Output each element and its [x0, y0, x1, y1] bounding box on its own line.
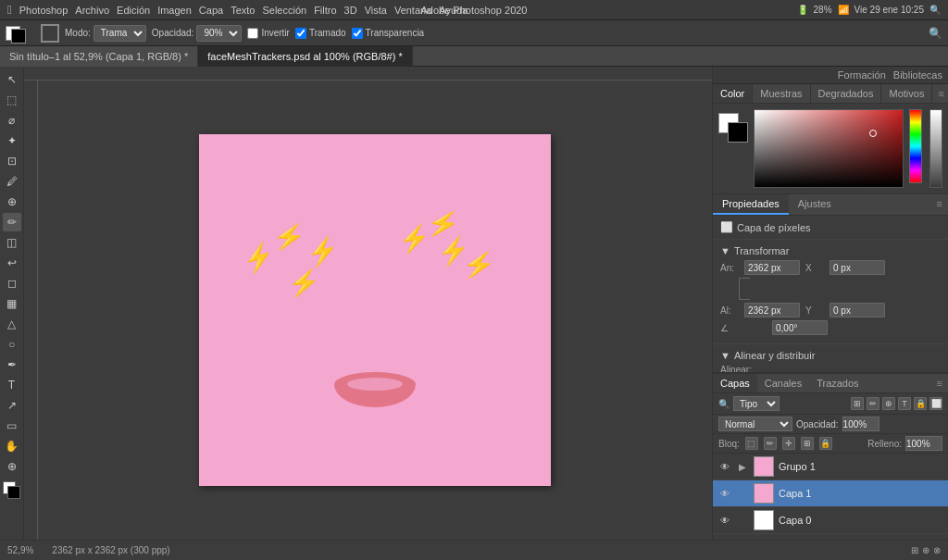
- libraries-label[interactable]: Bibliotecas: [893, 69, 942, 81]
- opacity-input[interactable]: [842, 417, 879, 431]
- fill-input[interactable]: [905, 436, 942, 451]
- width-input[interactable]: [744, 260, 800, 275]
- props-menu-icon[interactable]: ≡: [931, 194, 948, 215]
- tab-canales[interactable]: Canales: [757, 374, 809, 392]
- crop-tool[interactable]: ⊡: [3, 152, 21, 170]
- y-input[interactable]: [830, 303, 885, 317]
- search-ps-icon[interactable]: 🔍: [929, 27, 942, 40]
- tab-ajustes[interactable]: Ajustes: [789, 194, 841, 215]
- layer-capa1[interactable]: 👁 Capa 1: [713, 480, 948, 507]
- brush-tool[interactable]: ✏: [3, 213, 21, 231]
- align-header[interactable]: ▼ Alinear y distribuir: [720, 350, 941, 361]
- healing-tool[interactable]: ⊕: [3, 193, 21, 211]
- formation-label[interactable]: Formación: [838, 69, 886, 81]
- tab-degradados[interactable]: Degradados: [811, 84, 882, 103]
- menu-seleccion[interactable]: Selección: [262, 5, 306, 16]
- tab-trazados[interactable]: Trazados: [809, 374, 866, 392]
- menu-imagen[interactable]: Imagen: [157, 5, 192, 16]
- eye-icon-grupo1[interactable]: 👁: [718, 460, 731, 473]
- zoom-tool[interactable]: ⊕: [3, 457, 21, 476]
- layer-tool-3[interactable]: ⊕: [882, 397, 895, 410]
- tab-muestras[interactable]: Muestras: [753, 84, 810, 103]
- stamp-tool[interactable]: ◫: [3, 233, 21, 252]
- menu-photoshop[interactable]: Photoshop: [19, 5, 69, 16]
- menu-vista[interactable]: Vista: [365, 5, 387, 16]
- tramado-option[interactable]: Tramado: [295, 28, 346, 39]
- status-icons: ⊞ ⊕ ⊗: [911, 545, 941, 555]
- thumb-capa1: [754, 483, 774, 504]
- apple-icon[interactable]: : [7, 3, 12, 17]
- layer-tool-6[interactable]: ⬜: [929, 397, 942, 410]
- tab-0[interactable]: Sin título–1 al 52,9% (Capa 1, RGB/8) *: [0, 46, 198, 67]
- menu-texto[interactable]: Texto: [231, 5, 255, 16]
- background-swatch[interactable]: [728, 122, 748, 143]
- invert-option[interactable]: Invertir: [247, 28, 290, 39]
- width-row: An: X: [720, 260, 941, 275]
- wifi-icon: 📶: [838, 5, 849, 15]
- canvas-inner[interactable]: ⚡ ⚡ ⚡ ⚡ ⚡ ⚡ ⚡ ⚡: [24, 81, 712, 540]
- expand-icon-grupo1[interactable]: ▶: [736, 460, 749, 473]
- menu-3d[interactable]: 3D: [344, 5, 357, 16]
- search-icon[interactable]: 🔍: [929, 5, 941, 15]
- transparencia-option[interactable]: Transparencia: [352, 28, 425, 39]
- opacity-slider-color[interactable]: [929, 109, 942, 188]
- lock-artboard[interactable]: ⊞: [801, 437, 814, 450]
- layer-tool-4[interactable]: T: [898, 397, 911, 410]
- mode-select[interactable]: Trama: [94, 25, 146, 42]
- invert-checkbox[interactable]: [247, 28, 258, 39]
- x-input[interactable]: [830, 260, 885, 275]
- artwork-canvas[interactable]: ⚡ ⚡ ⚡ ⚡ ⚡ ⚡ ⚡ ⚡: [199, 134, 551, 486]
- pen-tool[interactable]: ✒: [3, 355, 21, 374]
- blend-mode-select[interactable]: Normal: [718, 417, 792, 431]
- tab-color[interactable]: Color: [713, 84, 753, 103]
- tab-1[interactable]: faceMeshTrackers.psd al 100% (RGB/8#) *: [198, 46, 413, 67]
- layer-tool-2[interactable]: ✏: [867, 397, 879, 410]
- shape-tool[interactable]: ▭: [3, 417, 21, 435]
- hand-tool[interactable]: ✋: [3, 437, 21, 455]
- search-icon-layers[interactable]: 🔍: [718, 399, 730, 409]
- menu-archivo[interactable]: Archivo: [75, 5, 109, 16]
- eyedropper-tool[interactable]: 🖉: [3, 172, 21, 191]
- layer-capa0[interactable]: 👁 Capa 0: [713, 507, 948, 534]
- lock-transparent[interactable]: ⬚: [745, 437, 758, 450]
- angle-row: ∠: [720, 320, 941, 335]
- path-select-tool[interactable]: ↗: [3, 396, 21, 415]
- history-brush-tool[interactable]: ↩: [3, 254, 21, 272]
- menu-filtro[interactable]: Filtro: [314, 5, 336, 16]
- lock-pixels[interactable]: ✏: [764, 437, 777, 450]
- hue-slider[interactable]: [909, 109, 922, 183]
- layers-menu[interactable]: ≡: [931, 374, 948, 392]
- magic-wand-tool[interactable]: ✦: [3, 131, 21, 150]
- blur-tool[interactable]: △: [3, 315, 21, 333]
- lasso-tool[interactable]: ⌀: [3, 111, 21, 130]
- menu-edicion[interactable]: Edición: [117, 5, 150, 16]
- height-input[interactable]: [744, 303, 800, 317]
- background-color[interactable]: [11, 29, 26, 44]
- eye-icon-capa0[interactable]: 👁: [718, 514, 731, 527]
- color-gradient-picker[interactable]: [754, 109, 904, 188]
- color-panel-menu[interactable]: ≡: [932, 84, 948, 103]
- transform-header[interactable]: ▼ Transformar: [720, 245, 941, 256]
- lock-position[interactable]: ✛: [782, 437, 795, 450]
- layer-tool-5[interactable]: 🔒: [914, 397, 927, 410]
- transparencia-checkbox[interactable]: [352, 28, 363, 39]
- select-tool[interactable]: ⬚: [3, 91, 21, 109]
- layer-type-filter[interactable]: Tipo: [733, 396, 780, 411]
- lock-all[interactable]: 🔒: [819, 437, 832, 450]
- dodge-tool[interactable]: ○: [3, 335, 21, 354]
- tab-propiedades[interactable]: Propiedades: [713, 194, 789, 215]
- tab-motivos[interactable]: Motivos: [881, 84, 932, 103]
- tab-capas[interactable]: Capas: [713, 374, 757, 392]
- layer-grupo1[interactable]: 👁 ▶ Grupo 1: [713, 454, 948, 480]
- fg-bg-icon[interactable]: [3, 481, 21, 500]
- angle-input[interactable]: [772, 320, 828, 335]
- gradient-tool[interactable]: ▦: [3, 294, 21, 313]
- eye-icon-capa1[interactable]: 👁: [718, 487, 731, 500]
- layer-tool-1[interactable]: ⊞: [851, 397, 864, 410]
- menu-capa[interactable]: Capa: [199, 5, 223, 16]
- opacity-select[interactable]: 90%: [196, 25, 242, 42]
- eraser-tool[interactable]: ◻: [3, 274, 21, 292]
- tramado-checkbox[interactable]: [295, 28, 306, 39]
- text-tool[interactable]: T: [3, 376, 21, 394]
- move-tool[interactable]: ↖: [3, 70, 21, 89]
